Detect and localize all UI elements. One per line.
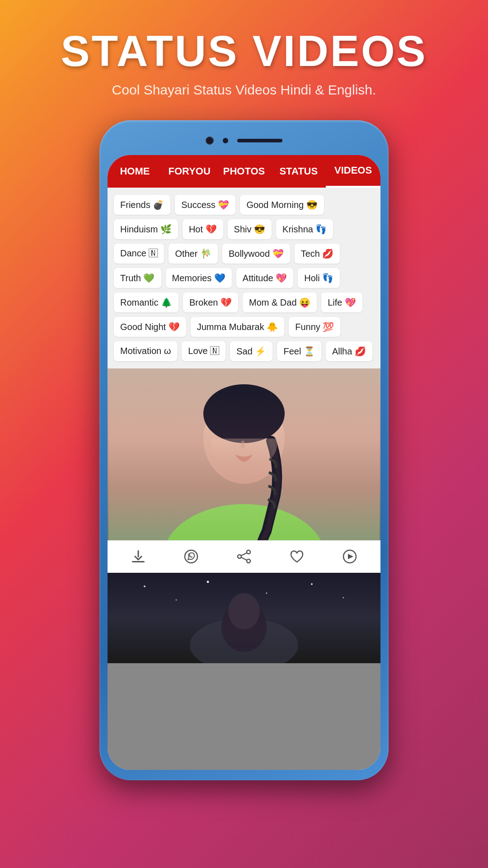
nav-bar: HOMEFORYOUPHOTOSSTATUSVIDEOS [108,155,380,188]
category-chip[interactable]: Broken 💔 [183,292,238,312]
svg-point-10 [247,559,250,563]
category-chip[interactable]: Friends 💣 [114,195,170,215]
svg-point-7 [185,550,197,563]
svg-point-8 [247,550,250,554]
category-chip[interactable]: Good Night 💔 [114,317,186,337]
category-chip[interactable]: Hinduism 🌿 [114,219,178,239]
svg-point-23 [228,593,260,629]
svg-point-9 [238,555,241,558]
svg-point-16 [176,599,177,600]
svg-line-12 [241,557,247,560]
category-chip[interactable]: Good Morning 😎 [240,195,324,215]
category-chip[interactable]: Funny 💯 [289,317,340,337]
share-button[interactable] [235,547,253,566]
svg-point-17 [207,580,209,583]
category-chip[interactable]: Romantic 🌲 [114,292,178,312]
category-chip[interactable]: Other 🎋 [169,244,218,264]
category-chip[interactable]: Bollywood 💝 [222,244,290,264]
nav-status[interactable]: STATUS [271,155,326,188]
app-title: STATUS VIDEOS [61,27,427,75]
svg-point-20 [343,597,344,598]
category-chip[interactable]: Krishna 👣 [276,219,333,239]
nav-home[interactable]: HOME [108,155,162,188]
category-chip[interactable]: Holi 👣 [298,268,340,288]
category-chip[interactable]: Shiv 😎 [228,219,272,239]
action-bar [108,540,380,573]
video-thumbnail-image [108,368,380,540]
category-chip[interactable]: Truth 💚 [114,268,161,288]
phone-screen: HOMEFORYOUPHOTOSSTATUSVIDEOS Friends 💣Su… [108,155,380,770]
nav-photos[interactable]: PHOTOS [217,155,272,188]
phone-notch [108,128,380,153]
nav-videos[interactable]: VIDEOS [326,155,380,188]
app-subtitle: Cool Shayari Status Videos Hindi & Engli… [61,82,427,98]
svg-rect-6 [138,550,139,557]
whatsapp-button[interactable] [182,547,200,566]
category-chip[interactable]: Allha 💋 [326,341,372,361]
category-chip[interactable]: Mom & Dad 😝 [243,292,317,312]
svg-rect-5 [132,561,145,562]
play-circle-button[interactable] [341,547,359,566]
heart-button[interactable] [288,547,306,566]
video-section [108,368,380,770]
category-chip[interactable]: Memories 💙 [166,268,232,288]
nav-foryou[interactable]: FORYOU [162,155,217,188]
speaker-bar [237,139,282,142]
category-chip[interactable]: Tech 💋 [295,244,340,264]
category-chip[interactable]: Motivation ω [114,341,177,361]
camera-dot-small [223,138,228,143]
category-chip[interactable]: Life 💖 [321,292,362,312]
svg-point-18 [266,592,267,594]
categories-grid: Friends 💣Success 💝Good Morning 😎Hinduism… [108,188,380,368]
category-chip[interactable]: Love 🇳 [182,341,225,361]
category-chip[interactable]: Success 💝 [175,195,235,215]
svg-point-15 [144,585,145,587]
category-chip[interactable]: Feel ⏳ [277,341,321,361]
video-thumb-2[interactable] [108,573,380,663]
camera-dot [206,137,214,145]
video-thumbnail-2-image [108,573,380,663]
svg-point-19 [311,583,313,585]
category-chip[interactable]: Hot 💔 [183,219,223,239]
phone-frame: HOMEFORYOUPHOTOSSTATUSVIDEOS Friends 💣Su… [99,120,389,780]
category-chip[interactable]: Sad ⚡ [230,341,272,361]
svg-point-4 [203,384,285,443]
category-chip[interactable]: Attitude 💖 [236,268,293,288]
download-button[interactable] [129,547,147,566]
category-chip[interactable]: Dance 🇳 [114,244,164,264]
svg-line-11 [241,553,247,556]
header-section: STATUS VIDEOS Cool Shayari Status Videos… [52,0,436,111]
video-thumb-1[interactable] [108,368,380,540]
category-chip[interactable]: Jumma Mubarak 🐥 [191,317,285,337]
